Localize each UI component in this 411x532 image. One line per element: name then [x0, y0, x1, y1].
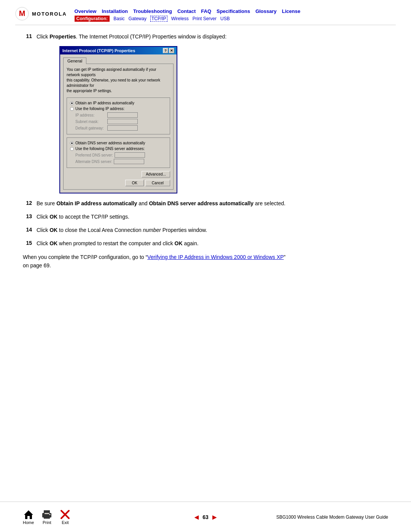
print-label: Print — [43, 520, 51, 525]
subnet-field-row: Subnet mask: — [70, 119, 167, 124]
obtain-ip-radio[interactable] — [70, 101, 74, 105]
use-dns-label: Use the following DNS server addresses: — [75, 147, 145, 151]
use-dns-radio-row: Use the following DNS server addresses: — [70, 147, 167, 151]
ip-address-input[interactable] — [107, 112, 138, 118]
dialog-titlebar: Internet Protocol (TCP/IP) Properties ? … — [60, 47, 177, 54]
nav-gateway[interactable]: Gateway — [129, 16, 147, 21]
step-14: 14 Click OK to close the Local Area Conn… — [23, 226, 388, 234]
step-13: 13 Click OK to accept the TCP/IP setting… — [23, 213, 388, 221]
ip-address-label: IP address: — [75, 113, 106, 117]
gateway-input[interactable] — [107, 125, 138, 131]
nav-area: Overview Installation Troubleshooting Co… — [75, 7, 301, 22]
dialog-title: Internet Protocol (TCP/IP) Properties — [62, 48, 135, 53]
dialog-close-btn[interactable]: ✕ — [169, 48, 174, 53]
print-icon — [41, 510, 52, 519]
alternate-dns-field-row: Alternate DNS server: — [70, 159, 167, 164]
dialog-action-buttons: OK Cancel — [67, 180, 170, 186]
cancel-button[interactable]: Cancel — [145, 180, 170, 186]
alternate-dns-input[interactable] — [114, 159, 144, 164]
obtain-ip-radio-row: Obtain an IP address automatically — [70, 101, 167, 105]
home-nav-item[interactable]: Home — [23, 510, 34, 525]
prev-page-arrow[interactable]: ◀ — [194, 514, 199, 520]
exit-icon — [60, 510, 70, 519]
footer-page-nav: ◀ 63 ▶ — [145, 514, 266, 520]
nav-faq[interactable]: FAQ — [201, 8, 211, 14]
ip-address-field-row: IP address: — [70, 112, 167, 118]
advanced-button[interactable]: Advanced... — [142, 171, 170, 177]
para-prefix: When you complete the TCP/IP configurati… — [23, 254, 147, 260]
home-label: Home — [23, 520, 34, 525]
next-page-arrow[interactable]: ▶ — [212, 514, 217, 520]
obtain-dns-label: Obtain DNS server address automatically — [75, 141, 145, 145]
nav-basic[interactable]: Basic — [113, 16, 124, 21]
nav-overview[interactable]: Overview — [75, 8, 97, 14]
exit-nav-item[interactable]: Exit — [60, 510, 70, 525]
completion-para: When you complete the TCP/IP configurati… — [23, 253, 388, 270]
verifying-link[interactable]: Verifying the IP Address in Windows 2000… — [147, 254, 284, 260]
preferred-dns-input[interactable] — [115, 152, 145, 158]
nav-specifications[interactable]: Specifications — [217, 8, 250, 14]
svg-rect-3 — [44, 510, 50, 513]
step-11-num: 11 — [23, 33, 32, 39]
nav-license[interactable]: License — [282, 8, 300, 14]
nav-troubleshooting[interactable]: Troubleshooting — [133, 8, 172, 14]
step-12-num: 12 — [23, 200, 32, 206]
gateway-label: Default gateway: — [75, 126, 106, 130]
dns-section: Obtain DNS server address automatically … — [67, 137, 170, 168]
nav-wireless[interactable]: Wireless — [171, 16, 189, 21]
svg-marker-2 — [24, 510, 33, 519]
step-15-num: 15 — [23, 240, 32, 246]
print-nav-item[interactable]: Print — [41, 510, 52, 525]
preferred-dns-field-row: Preferred DNS server: — [70, 152, 167, 158]
obtain-dns-radio[interactable] — [70, 141, 74, 145]
step-15: 15 Click OK when prompted to restart the… — [23, 240, 388, 248]
use-ip-radio-row: Use the following IP address: — [70, 107, 167, 111]
page-header: M MOTOROLA Overview Installation Trouble… — [0, 0, 411, 22]
footer-nav: Home Print Exit — [23, 510, 145, 525]
nav-glossary[interactable]: Glossary — [255, 8, 277, 14]
step-13-text: Click OK to accept the TCP/IP settings. — [37, 213, 129, 221]
step-12: 12 Be sure Obtain IP address automatical… — [23, 200, 388, 208]
gateway-field-row: Default gateway: — [70, 125, 167, 131]
step-14-text: Click OK to close the Local Area Connect… — [37, 226, 207, 234]
alternate-dns-label: Alternate DNS server: — [75, 160, 112, 164]
page-footer: Home Print Exit ◀ 63 ▶ SBG1000 Wi — [0, 502, 411, 532]
home-icon — [23, 510, 34, 519]
ip-address-section: Obtain an IP address automatically Use t… — [67, 97, 170, 134]
dialog-help-btn[interactable]: ? — [163, 48, 168, 53]
main-content: 11 Click Properties. The Internet Protoc… — [0, 25, 411, 278]
step-15-text: Click OK when prompted to restart the co… — [37, 240, 199, 248]
nav-tcpip[interactable]: TCP/IP — [150, 16, 167, 22]
page-ref: on page 69. — [23, 262, 51, 268]
nav-top: Overview Installation Troubleshooting Co… — [75, 8, 301, 14]
dialog-general-tab[interactable]: General — [63, 58, 86, 64]
use-ip-radio[interactable] — [70, 107, 74, 111]
svg-text:M: M — [19, 9, 25, 18]
use-ip-label: Use the following IP address: — [75, 107, 124, 111]
nav-bottom: Configuration: Basic Gateway TCP/IP Wire… — [75, 16, 301, 22]
step-13-num: 13 — [23, 213, 32, 219]
dialog-body: General You can get IP settings assigned… — [60, 54, 177, 193]
obtain-dns-radio-row: Obtain DNS server address automatically — [70, 141, 167, 145]
subnet-label: Subnet mask: — [75, 120, 106, 124]
subnet-input[interactable] — [107, 119, 138, 124]
svg-point-7 — [49, 514, 51, 515]
preferred-dns-label: Preferred DNS server: — [75, 153, 113, 157]
motorola-logo-icon: M — [15, 7, 29, 21]
svg-rect-6 — [45, 513, 49, 514]
nav-usb[interactable]: USB — [220, 16, 230, 21]
nav-print-server[interactable]: Print Server — [193, 16, 217, 21]
advanced-btn-row: Advanced... — [67, 171, 170, 177]
dialog-panel: You can get IP settings assigned automat… — [63, 64, 174, 190]
step-11-text: Click Properties. The Internet Protocol … — [37, 33, 226, 41]
ok-button[interactable]: OK — [125, 180, 143, 186]
dialog-description: You can get IP settings assigned automat… — [67, 67, 170, 94]
logo-area: M MOTOROLA — [15, 7, 67, 21]
obtain-ip-label: Obtain an IP address automatically — [75, 101, 134, 105]
exit-label: Exit — [62, 520, 68, 525]
tcpip-dialog: Internet Protocol (TCP/IP) Properties ? … — [59, 46, 177, 193]
nav-contact[interactable]: Contact — [177, 8, 196, 14]
use-dns-radio[interactable] — [70, 147, 74, 151]
nav-installation[interactable]: Installation — [102, 8, 128, 14]
para-suffix: ” — [284, 254, 286, 260]
